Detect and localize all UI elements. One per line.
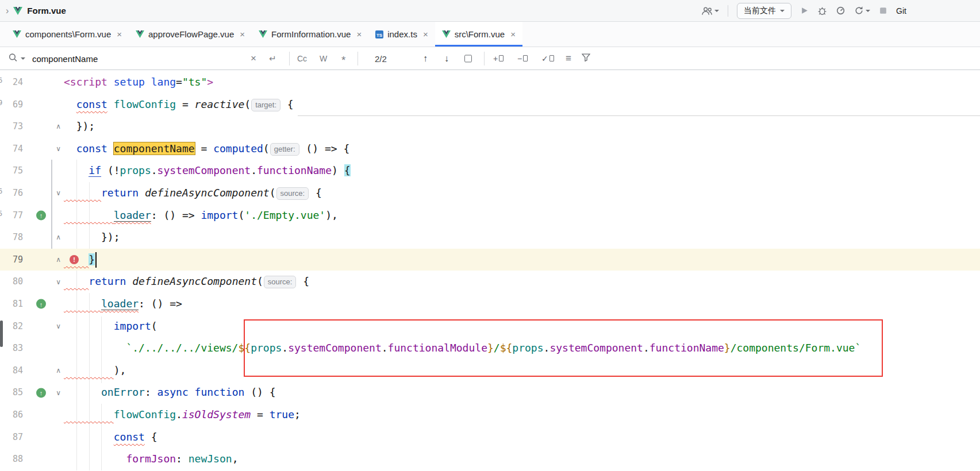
tab-bar: components\Form.vue×approveFlowPage.vue×…	[0, 22, 980, 47]
gutter: ∧	[28, 360, 64, 382]
gutter	[28, 404, 64, 426]
window-chevron-icon[interactable]: ›	[6, 6, 9, 16]
previous-match-icon[interactable]: ↑	[423, 53, 428, 64]
tab-label: FormInformation.vue	[271, 29, 351, 39]
inlay-hint[interactable]: source:	[276, 187, 309, 200]
code-line-75[interactable]: 75 if (!props.systemComponent.functionNa…	[0, 160, 980, 182]
gutter: ∨	[28, 271, 64, 293]
fold-down-icon[interactable]: ∨	[56, 278, 61, 286]
gutter: ∨	[28, 138, 64, 160]
fold-down-icon[interactable]: ∨	[56, 322, 61, 330]
gutter: ↑∨	[28, 381, 64, 404]
fold-up-icon[interactable]: ∧	[56, 122, 61, 130]
editor-tab-1[interactable]: components\Form.vue×	[6, 22, 129, 47]
fold-down-icon[interactable]: ∨	[56, 189, 61, 197]
code-line-80[interactable]: 80∨ return defineAsyncComponent(source: …	[0, 271, 980, 293]
profiler-icon[interactable]	[836, 6, 846, 16]
fold-down-icon[interactable]: ∨	[56, 145, 61, 153]
code-line-74[interactable]: 74∨ const componentName = computed(gette…	[0, 138, 980, 160]
clear-search-icon[interactable]: ×	[251, 53, 256, 64]
tab-close-icon[interactable]: ×	[356, 29, 362, 39]
collaborate-icon[interactable]	[702, 6, 719, 16]
fold-up-icon[interactable]: ∧	[56, 366, 61, 375]
vue-logo-icon	[13, 7, 22, 15]
inlay-hint[interactable]: target:	[251, 99, 280, 111]
line-number: 86	[0, 404, 28, 426]
editor-tab-4[interactable]: TSindex.ts×	[368, 22, 435, 47]
code-line-87[interactable]: 87 const {	[0, 426, 980, 449]
debug-icon[interactable]	[817, 6, 827, 16]
gutter-action-icon[interactable]: ↑	[36, 299, 46, 309]
next-match-icon[interactable]: ↓	[444, 53, 449, 64]
code-line-69[interactable]: 69 const flowConfig = reactive(target: {	[0, 94, 980, 116]
code-line-78[interactable]: 78∧ });	[0, 226, 980, 249]
error-icon[interactable]: !	[70, 255, 79, 264]
code-line-77[interactable]: 77↑ loader: () => import('./Empty.vue'),	[0, 204, 980, 227]
tab-close-icon[interactable]: ×	[423, 29, 428, 39]
filter-icon[interactable]	[582, 53, 590, 64]
code-line-85[interactable]: 85↑∨ onError: async function () {	[0, 381, 980, 404]
select-all-matches-icon[interactable]	[464, 55, 472, 62]
gutter: ∧	[28, 249, 64, 271]
gutter-action-icon[interactable]: ↑	[36, 210, 46, 220]
tab-close-icon[interactable]: ×	[240, 29, 245, 39]
code-text: loader: () => import('./Empty.vue'),	[64, 204, 980, 227]
editor[interactable]: 24<script setup lang="ts">69 const flowC…	[0, 70, 980, 471]
code-line-86[interactable]: 86 flowConfig.isOldSystem = true;	[0, 404, 980, 426]
search-history-chevron-icon[interactable]	[21, 57, 25, 60]
code-line-88[interactable]: 88 formJson: newJson,	[0, 448, 980, 470]
code-line-83[interactable]: 83 `./../../../views/${props.systemCompo…	[0, 337, 980, 360]
inlay-hint[interactable]: source:	[264, 276, 297, 288]
tab-label: index.ts	[387, 29, 417, 39]
fold-down-icon[interactable]: ∨	[56, 389, 61, 397]
editor-tab-5[interactable]: src\Form.vue×	[435, 22, 522, 47]
inlay-hint[interactable]: getter:	[270, 143, 299, 156]
match-case-toggle[interactable]: Cc	[297, 54, 307, 63]
fold-up-icon[interactable]: ∧	[56, 233, 61, 241]
search-input[interactable]: componentName	[32, 53, 98, 63]
run-icon[interactable]	[800, 6, 809, 15]
gutter-action-icon[interactable]: ↑	[36, 388, 46, 397]
chevron-down-icon	[714, 10, 719, 12]
vue-file-icon	[259, 30, 267, 38]
tab-close-icon[interactable]: ×	[117, 29, 122, 39]
gutter: ∨	[28, 315, 64, 338]
vue-file-icon	[442, 30, 451, 38]
line-number: 87	[0, 426, 28, 449]
find-bar-divider	[484, 52, 485, 65]
code-line-82[interactable]: 82∨ import(	[0, 315, 980, 338]
stop-icon[interactable]	[879, 6, 887, 15]
code-text: formJson: newJson,	[64, 448, 980, 470]
find-bar-divider	[289, 52, 290, 65]
code-line-24[interactable]: 24<script setup lang="ts">	[0, 71, 980, 94]
search-match: componentName	[114, 142, 195, 155]
code-line-79[interactable]: 79∧! }	[0, 249, 980, 271]
code-line-76[interactable]: 76∨ return defineAsyncComponent(source: …	[0, 182, 980, 204]
regex-toggle[interactable]: *	[341, 51, 345, 67]
rerun-icon[interactable]	[854, 6, 870, 16]
code-text: `./../../../views/${props.systemComponen…	[64, 337, 980, 360]
code-line-73[interactable]: 73∧ });	[0, 115, 980, 138]
fold-up-icon[interactable]: ∧	[56, 256, 61, 264]
code-line-81[interactable]: 81↑ loader: () =>	[0, 293, 980, 315]
add-occurrence-icon[interactable]: +	[493, 54, 504, 63]
code-text: if (!props.systemComponent.functionName)…	[64, 160, 980, 182]
code-text: <script setup lang="ts">	[64, 71, 980, 94]
editor-tab-3[interactable]: FormInformation.vue×	[252, 22, 368, 47]
code-text: ! }	[64, 249, 980, 271]
code-line-84[interactable]: 84∧ ),	[0, 360, 980, 382]
search-icon[interactable]	[8, 52, 18, 64]
vue-file-icon	[136, 30, 144, 38]
git-label[interactable]: Git	[896, 6, 906, 16]
whole-words-toggle[interactable]: W	[320, 54, 327, 63]
run-config-select[interactable]: 当前文件	[737, 3, 791, 19]
select-occurrences-icon[interactable]: ✓	[541, 54, 554, 63]
remove-occurrence-icon[interactable]: −	[517, 54, 528, 63]
search-options-menu-icon[interactable]: ≡	[566, 53, 571, 64]
editor-tab-2[interactable]: approveFlowPage.vue×	[129, 22, 252, 47]
newline-icon[interactable]: ↵	[269, 53, 276, 64]
gutter: ↑	[28, 293, 64, 315]
window-title: Form.vue	[27, 6, 66, 16]
gutter	[28, 160, 64, 182]
tab-close-icon[interactable]: ×	[510, 29, 516, 39]
